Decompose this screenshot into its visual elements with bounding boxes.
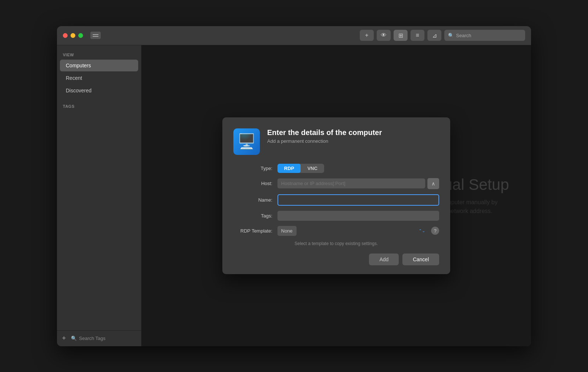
template-hint: Select a template to copy existing setti… [233, 241, 439, 246]
modal-title-area: Enter the details of the computer Add a … [267, 128, 382, 144]
help-button[interactable]: ? [431, 227, 439, 235]
eye-button[interactable]: 👁 [377, 30, 391, 41]
search-icon: 🔍 [448, 33, 454, 38]
close-button[interactable] [63, 33, 68, 38]
host-row: Host: ∧ [233, 178, 439, 189]
type-buttons: RDP VNC [277, 164, 324, 173]
tags-row: Tags: [233, 211, 439, 221]
search-tags-icon: 🔍 [71, 336, 77, 341]
modal-header: 🖥️ Enter the details of the computer Add… [233, 128, 439, 155]
template-control: None ? [277, 226, 439, 236]
list-view-button[interactable]: ≡ [410, 30, 424, 41]
add-tag-button[interactable]: + [60, 334, 68, 343]
template-select[interactable]: None [277, 226, 297, 236]
sidebar-item-computers[interactable]: Computers [60, 60, 138, 71]
name-control [277, 194, 439, 206]
modal-buttons: Add Cancel [233, 254, 439, 265]
computer-icon: 🖥️ [237, 133, 256, 150]
app-window: + 👁 ⊞ ≡ ⊿ 🔍 Search VIEW Computers Recent… [57, 26, 531, 346]
grid-view-button[interactable]: ⊞ [394, 30, 408, 41]
sidebar-item-discovered[interactable]: Discovered [60, 85, 138, 96]
modal-app-icon: 🖥️ [233, 128, 260, 155]
tags-control [277, 211, 439, 221]
modal-title: Enter the details of the computer [267, 128, 382, 137]
type-label: Type: [233, 166, 277, 171]
tags-label: Tags: [233, 213, 277, 219]
host-control: ∧ [277, 178, 439, 189]
right-content: nual Setup a computer manually by g its … [141, 45, 531, 346]
name-input[interactable] [277, 194, 439, 206]
host-label: Host: [233, 181, 277, 186]
chevron-up-icon: ∧ [431, 181, 435, 187]
titlebar: + 👁 ⊞ ≡ ⊿ 🔍 Search [57, 26, 531, 45]
add-button[interactable]: + [360, 30, 374, 41]
modal-overlay: 🖥️ Enter the details of the computer Add… [141, 45, 531, 346]
type-vnc-button[interactable]: VNC [301, 164, 324, 173]
type-control: RDP VNC [277, 164, 439, 173]
filter-button[interactable]: ⊿ [427, 30, 441, 41]
sidebar: VIEW Computers Recent Discovered TAGS + … [57, 45, 141, 346]
cancel-button[interactable]: Cancel [402, 254, 439, 265]
template-select-wrapper: None [277, 226, 428, 236]
type-rdp-button[interactable]: RDP [277, 164, 301, 173]
expand-button[interactable]: ∧ [427, 178, 439, 189]
type-row: Type: RDP VNC [233, 164, 439, 173]
main-content: VIEW Computers Recent Discovered TAGS + … [57, 45, 531, 346]
sidebar-toggle-button[interactable] [90, 32, 101, 39]
tags-input[interactable] [277, 211, 439, 221]
sidebar-bottom: + 🔍 Search Tags [57, 330, 141, 346]
minimize-button[interactable] [71, 33, 75, 38]
tags-section-label: TAGS [57, 97, 141, 111]
add-button[interactable]: Add [369, 254, 399, 265]
template-row: RDP Template: None ? [233, 226, 439, 236]
traffic-lights [63, 33, 83, 38]
name-row: Name: [233, 194, 439, 206]
host-input[interactable] [277, 178, 425, 188]
toolbar: + 👁 ⊞ ≡ ⊿ 🔍 Search [360, 30, 525, 41]
search-label: Search [456, 33, 471, 38]
name-label: Name: [233, 197, 277, 203]
sidebar-item-recent[interactable]: Recent [60, 72, 138, 84]
modal-subtitle: Add a permanent connection [267, 138, 382, 144]
maximize-button[interactable] [78, 33, 83, 38]
search-bar[interactable]: 🔍 Search [444, 30, 525, 41]
search-tags-area[interactable]: 🔍 Search Tags [71, 336, 138, 341]
rdp-template-label: RDP Template: [233, 228, 277, 234]
search-tags-label: Search Tags [79, 336, 105, 341]
add-computer-dialog: 🖥️ Enter the details of the computer Add… [222, 117, 450, 274]
view-section-label: VIEW [57, 45, 141, 59]
